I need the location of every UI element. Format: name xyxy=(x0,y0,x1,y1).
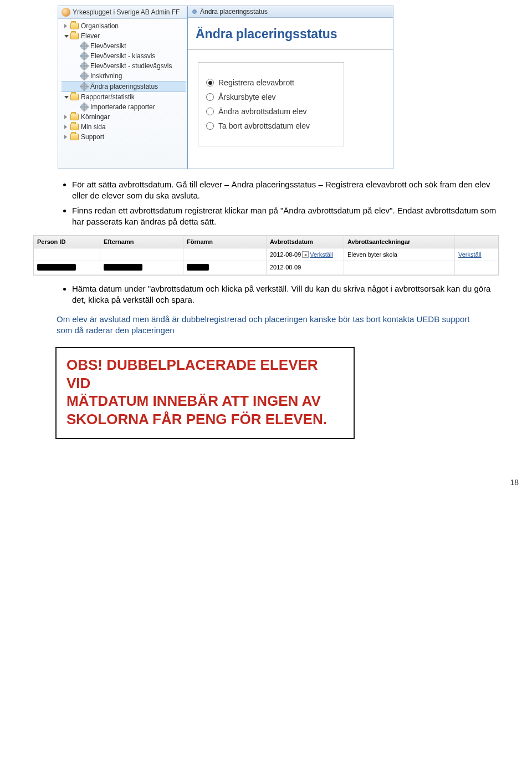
tree-item-label: Elever xyxy=(81,32,100,40)
radio-icon xyxy=(206,79,214,86)
tree-item-label: Elevöversikt xyxy=(90,42,126,50)
main-panel: Ändra placeringsstatus Ändra placeringss… xyxy=(188,6,393,169)
obs-line: MÄTDATUM INNEBÄR ATT INGEN AV xyxy=(66,392,344,410)
cell-avbrottsdatum: 2012-08-09 ◂ Verkställ xyxy=(267,248,344,261)
cell-person-id xyxy=(34,248,100,261)
page-number: 18 xyxy=(0,478,532,487)
folder-icon xyxy=(70,23,79,29)
gear-icon xyxy=(80,103,88,111)
verkstall-link[interactable]: Verkställ xyxy=(458,251,482,258)
app-window: Yrkesplugget i Sverige AB Admin FF Organ… xyxy=(58,6,393,169)
cell-efternamn xyxy=(100,261,183,274)
col-fornamn: Förnamn xyxy=(183,236,267,248)
chevron-down-icon xyxy=(64,95,68,99)
note-paragraph: Om elev är avslutad men ändå är dubbelre… xyxy=(57,314,475,337)
obs-line: SKOLORNA FÅR PENG FÖR ELEVEN. xyxy=(66,410,344,429)
tree-item-elevoversikt-studievagsvis[interactable]: Elevöversikt - studievägsvis xyxy=(62,61,186,71)
redacted-text xyxy=(104,264,142,271)
folder-icon xyxy=(70,114,79,120)
options-box: Registrera elevavbrott Årskursbyte elev … xyxy=(198,62,344,146)
tree-item-elevoversikt-klassvis[interactable]: Elevöversikt - klassvis xyxy=(62,51,186,61)
bullet-item: Finns redan ett avbrottsdatum registrera… xyxy=(72,205,499,228)
table-header-row: Person ID Efternamn Förnamn Avbrottsdatu… xyxy=(34,236,498,248)
folder-icon xyxy=(70,94,79,100)
cell-anteckningar xyxy=(344,261,455,274)
gear-icon xyxy=(80,52,88,60)
chevron-right-icon xyxy=(64,135,68,139)
radio-ta-bort-avbrottsdatum[interactable]: Ta bort avbrottsdatum elev xyxy=(206,121,336,130)
tree-item-korningar[interactable]: Körningar xyxy=(62,112,186,122)
breadcrumb-label: Ändra placeringsstatus xyxy=(200,8,268,16)
tree-item-inskrivning[interactable]: Inskrivning xyxy=(62,71,186,81)
radio-icon xyxy=(206,122,214,130)
cell-fornamn xyxy=(183,248,267,261)
radio-arskursbyte-elev[interactable]: Årskursbyte elev xyxy=(206,93,336,101)
cell-fornamn xyxy=(183,261,267,274)
radio-label: Ta bort avbrottsdatum elev xyxy=(218,121,310,130)
cell-action xyxy=(455,261,499,274)
tree-item-label: Support xyxy=(81,133,104,141)
bullet-item: Hämta datum under "avbrottsdatum och kli… xyxy=(72,283,499,306)
obs-line: OBS! DUBBELPLACERADE ELEVER VID xyxy=(66,356,344,392)
breadcrumb-dot-icon xyxy=(192,9,197,14)
tree-item-elever[interactable]: Elever xyxy=(62,31,186,41)
tree-item-elevoversikt[interactable]: Elevöversikt xyxy=(62,41,186,51)
folder-icon xyxy=(70,134,79,140)
tree-header[interactable]: Yrkesplugget i Sverige AB Admin FF xyxy=(58,6,187,19)
col-person-id: Person ID xyxy=(34,236,100,248)
chevron-right-icon xyxy=(64,115,68,119)
bullet-list-top: För att sätta avbrottsdatum. Gå till ele… xyxy=(33,179,499,227)
calendar-icon[interactable]: ◂ xyxy=(302,251,309,258)
col-avbrottsdatum: Avbrottsdatum xyxy=(267,236,344,248)
tree-item-label: Elevöversikt - klassvis xyxy=(90,52,155,60)
tree-item-andra-placeringsstatus[interactable]: Ändra placeringsstatus xyxy=(62,81,186,92)
col-action xyxy=(455,236,499,248)
cell-anteckningar[interactable]: Eleven byter skola xyxy=(344,248,455,261)
table-row: 2012-08-09 ◂ Verkställ Eleven byter skol… xyxy=(34,248,498,261)
radio-label: Registrera elevavbrott xyxy=(218,78,294,87)
chevron-right-icon xyxy=(64,125,68,129)
obs-callout: OBS! DUBBELPLACERADE ELEVER VID MÄTDATUM… xyxy=(55,347,355,439)
tree-item-label: Elevöversikt - studievägsvis xyxy=(90,62,172,70)
cell-person-id xyxy=(34,261,100,274)
tree-item-label: Importerade rapporter xyxy=(90,103,155,111)
tree-item-label: Rapporter/statistik xyxy=(81,93,135,101)
gear-icon xyxy=(80,83,88,90)
radio-andra-avbrottsdatum[interactable]: Ändra avbrottsdatum elev xyxy=(206,107,336,116)
radio-icon xyxy=(206,108,214,115)
gear-icon xyxy=(80,62,88,70)
verkstall-inline-link[interactable]: Verkställ xyxy=(310,251,333,258)
tree-item-label: Min sida xyxy=(81,123,106,131)
nav-tree: Yrkesplugget i Sverige AB Admin FF Organ… xyxy=(58,6,188,169)
tree-header-title: Yrkesplugget i Sverige AB Admin FF xyxy=(73,8,183,16)
tree-item-organisation[interactable]: Organisation xyxy=(62,21,186,31)
table-row: 2012-08-09 xyxy=(34,261,498,275)
radio-label: Årskursbyte elev xyxy=(218,93,275,101)
cell-efternamn xyxy=(100,248,183,261)
folder-icon xyxy=(70,33,79,39)
radio-label: Ändra avbrottsdatum elev xyxy=(218,107,307,116)
gear-icon xyxy=(80,72,88,80)
tree-item-label: Ändra placeringsstatus xyxy=(90,83,158,90)
tree-item-label: Inskrivning xyxy=(90,72,122,80)
tree-item-rapporter[interactable]: Rapporter/statistik xyxy=(62,92,186,102)
tree-item-importerade-rapporter[interactable]: Importerade rapporter xyxy=(62,102,186,112)
panel-title: Ändra placeringsstatus xyxy=(188,18,393,50)
redacted-text xyxy=(187,264,209,271)
cell-action: Verkställ xyxy=(455,248,499,261)
tree-item-support[interactable]: Support xyxy=(62,132,186,142)
cell-avbrottsdatum: 2012-08-09 xyxy=(267,261,344,274)
folder-icon xyxy=(70,124,79,130)
col-efternamn: Efternamn xyxy=(100,236,183,248)
tree-item-min-sida[interactable]: Min sida xyxy=(62,122,186,132)
bullet-item: För att sätta avbrottsdatum. Gå till ele… xyxy=(72,179,499,202)
bullet-list-bottom: Hämta datum under "avbrottsdatum och kli… xyxy=(33,283,499,306)
col-avbrottsanteckningar: Avbrottsanteckningar xyxy=(344,236,455,248)
radio-registrera-elevavbrott[interactable]: Registrera elevavbrott xyxy=(206,78,336,87)
tree-item-label: Körningar xyxy=(81,113,110,121)
gear-icon xyxy=(80,42,88,50)
radio-icon xyxy=(206,93,214,101)
date-value: 2012-08-09 xyxy=(270,251,301,258)
chevron-down-icon xyxy=(64,34,68,38)
redacted-text xyxy=(37,264,76,271)
